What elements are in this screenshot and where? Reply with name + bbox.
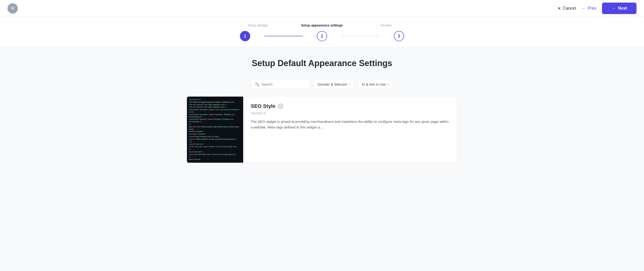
page-title: Setup Default Appearance Settings xyxy=(187,58,457,68)
connector-1 xyxy=(264,36,303,36)
header: H ✕ Cancel ← Prev → Next xyxy=(0,0,644,17)
domain-dropdown-label: Domain & Sitecore xyxy=(318,82,347,86)
card-image: <html lang="en"> <title>Real-Time Digita… xyxy=(187,96,243,163)
search-icon: 🔍 xyxy=(255,82,260,86)
step-1-circle: 1 xyxy=(240,31,250,41)
connector-2 xyxy=(341,36,380,36)
cancel-button[interactable]: ✕ Cancel xyxy=(558,6,576,11)
usage-dropdown-label: In & Not In Use xyxy=(362,82,386,86)
step-3-circle: 3 xyxy=(394,31,404,41)
main-content: Setup Default Appearance Settings 🔍 Doma… xyxy=(181,47,463,163)
cancel-x-icon: ✕ xyxy=(558,6,561,11)
usage-chevron-down-icon: ▾ xyxy=(388,83,389,86)
usage-dropdown[interactable]: In & Not In Use ▾ xyxy=(358,80,393,89)
card-title-row: SEO Style xyxy=(251,103,450,109)
next-button[interactable]: → Next xyxy=(602,2,636,14)
status-icon xyxy=(278,104,283,109)
prev-button[interactable]: ← Prev xyxy=(582,6,596,11)
step-2-circle: 2 xyxy=(317,31,327,41)
card-title: SEO Style xyxy=(251,103,275,109)
widget-card[interactable]: <html lang="en"> <title>Real-Time Digita… xyxy=(187,96,457,163)
filters-row: 🔍 Domain & Sitecore ▾ In & Not In Use ▾ xyxy=(187,80,457,89)
avatar: H xyxy=(8,3,18,14)
code-preview: <html lang="en"> <title>Real-Time Digita… xyxy=(187,96,243,163)
card-content: SEO Style Version 5 The SEO widget is ai… xyxy=(243,96,457,163)
card-version: Version 5 xyxy=(251,111,450,115)
next-arrow-icon: → xyxy=(612,6,616,11)
next-label: Next xyxy=(618,6,627,11)
cancel-label: Cancel xyxy=(563,6,576,11)
card-description: The SEO widget is aimed at providing mer… xyxy=(251,119,450,130)
prev-arrow-icon: ← xyxy=(582,6,586,11)
search-input[interactable] xyxy=(262,82,306,86)
step-2-label: Setup appearance settings xyxy=(301,24,343,27)
domain-chevron-down-icon: ▾ xyxy=(349,83,350,86)
domain-dropdown[interactable]: Domain & Sitecore ▾ xyxy=(314,80,354,89)
header-actions: ✕ Cancel ← Prev → Next xyxy=(558,2,636,14)
prev-label: Prev xyxy=(588,6,596,11)
stepper-section: Setup Widget Setup appearance settings R… xyxy=(0,17,644,47)
step-1-label: Setup Widget xyxy=(248,24,268,27)
step-3-label: Review xyxy=(381,24,392,27)
search-container[interactable]: 🔍 xyxy=(251,80,310,89)
